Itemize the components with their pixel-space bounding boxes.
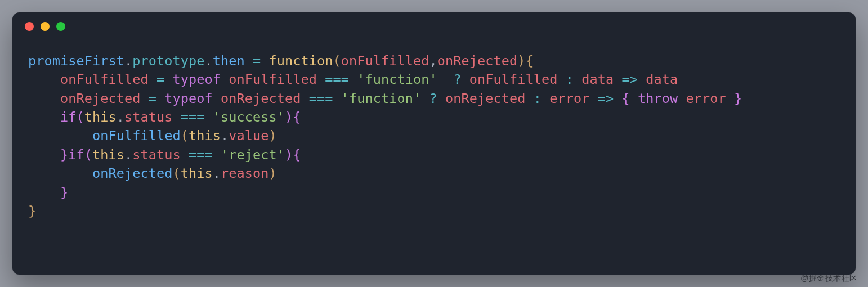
code-token: onRejected (221, 91, 301, 106)
code-token (589, 91, 597, 106)
code-token: } (734, 91, 742, 106)
code-token: 'function' (341, 91, 421, 106)
code-token: = (156, 71, 164, 87)
code-token: === (181, 109, 205, 125)
code-token: value (229, 128, 269, 144)
code-token: } (28, 203, 36, 219)
code-token (149, 71, 156, 87)
code-token: promiseFirst (28, 53, 124, 69)
code-token: function (269, 53, 333, 69)
watermark: @掘金技术社区 (800, 273, 858, 284)
code-token (333, 91, 341, 106)
code-token: ( (77, 109, 84, 125)
code-token: onFulfilled (60, 71, 149, 87)
code-token: onRejected (437, 53, 517, 69)
code-token (614, 71, 621, 87)
code-token: prototype (132, 53, 204, 69)
code-token: onFulfilled (92, 128, 181, 144)
code-token: error (549, 91, 589, 106)
code-token: === (309, 91, 333, 106)
code-token: this (92, 147, 124, 163)
code-token (678, 91, 686, 106)
code-token: onRejected (92, 165, 172, 181)
code-token (437, 71, 454, 87)
code-token: . (221, 128, 229, 144)
code-token (638, 71, 646, 87)
code-token (437, 91, 445, 106)
code-token: ) (269, 165, 276, 181)
code-window: promiseFirst.prototype.then = function(o… (12, 12, 856, 275)
code-token: . (213, 165, 221, 181)
code-token: if (68, 147, 84, 163)
code-token (213, 147, 221, 163)
code-token: status (132, 147, 181, 163)
code-token: { (293, 109, 301, 125)
code-token: . (124, 147, 132, 163)
code-block: promiseFirst.prototype.then = function(o… (12, 41, 856, 236)
code-token: ) (285, 147, 293, 163)
close-icon[interactable] (25, 22, 34, 31)
code-token: => (598, 91, 614, 106)
code-token: = (149, 91, 156, 106)
code-token (181, 147, 189, 163)
code-token: this (181, 165, 213, 181)
code-token: ( (333, 53, 341, 69)
code-token (28, 71, 60, 87)
code-token (164, 71, 172, 87)
code-token: } (60, 147, 68, 163)
zoom-icon[interactable] (56, 22, 65, 31)
code-token: } (60, 185, 68, 200)
code-token (421, 91, 429, 106)
minimize-icon[interactable] (41, 22, 50, 31)
code-token (261, 53, 269, 69)
code-token (140, 91, 148, 106)
code-token: : (534, 91, 542, 106)
code-token: 'success' (213, 109, 285, 125)
code-token (525, 91, 533, 106)
code-token (205, 109, 213, 125)
code-token: ) (285, 109, 293, 125)
code-token (28, 128, 92, 144)
code-token (245, 53, 253, 69)
code-token: onFulfilled (469, 71, 558, 87)
code-token: { (621, 91, 629, 106)
code-token: = (253, 53, 261, 69)
code-token (28, 185, 60, 200)
code-token: ( (181, 128, 189, 144)
code-token (28, 91, 60, 106)
code-token: if (60, 109, 77, 125)
code-token: onRejected (445, 91, 525, 106)
code-token (173, 109, 181, 125)
code-token: { (293, 147, 301, 163)
code-token: data (646, 71, 678, 87)
code-token: error (686, 91, 726, 106)
code-token: === (325, 71, 349, 87)
code-token (614, 91, 621, 106)
code-token: 'function' (357, 71, 437, 87)
code-token: . (117, 109, 124, 125)
code-token: 'reject' (221, 147, 285, 163)
code-token: ? (429, 91, 437, 106)
code-token: onRejected (60, 91, 140, 106)
code-token: ) (517, 53, 525, 69)
window-titlebar (12, 12, 856, 41)
code-token: data (581, 71, 614, 87)
code-token (28, 165, 92, 181)
code-token: onFulfilled (341, 53, 429, 69)
code-token: ( (84, 147, 92, 163)
code-token (28, 147, 60, 163)
code-token: typeof (164, 91, 213, 106)
code-token (557, 71, 565, 87)
code-token: this (189, 128, 221, 144)
code-token: ) (269, 128, 276, 144)
code-token: . (124, 53, 132, 69)
code-token (349, 71, 357, 87)
code-token (726, 91, 734, 106)
code-token (221, 71, 229, 87)
code-token: typeof (172, 71, 221, 87)
code-token: then (213, 53, 245, 69)
code-token: status (124, 109, 173, 125)
code-token: : (566, 71, 574, 87)
code-token (461, 71, 469, 87)
code-token: ? (453, 71, 461, 87)
